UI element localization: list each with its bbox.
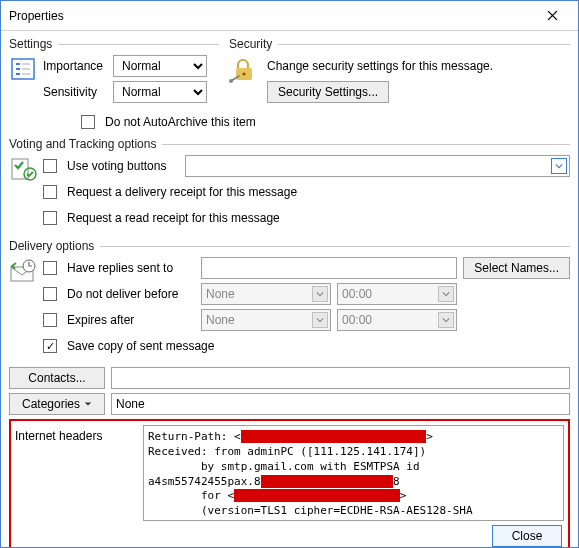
padlock-icon [229,55,259,85]
not-before-label: Do not deliver before [67,287,195,301]
voting-icon [9,155,37,183]
properties-icon [9,55,37,83]
read-receipt-checkbox[interactable] [43,211,57,225]
redacted-text: XXXXXXXXXXXXXXXXXXXX [261,475,393,488]
close-button[interactable]: Close [492,525,562,547]
voting-buttons-combo[interactable] [185,155,570,177]
have-replies-checkbox[interactable] [43,261,57,275]
have-replies-input[interactable] [201,257,457,279]
use-voting-label: Use voting buttons [67,159,179,173]
security-group: Security Change security settings for th… [229,37,570,107]
contacts-button[interactable]: Contacts... [9,367,105,389]
delivery-icon [9,257,37,285]
have-replies-label: Have replies sent to [67,261,195,275]
redacted-text: XXXXXXXXXXXXXXXXXXXXXXXXX [234,489,400,502]
contacts-input[interactable] [111,367,570,389]
save-copy-checkbox[interactable] [43,339,57,353]
chevron-down-icon [438,286,454,302]
delivery-receipt-checkbox[interactable] [43,185,57,199]
titlebar: Properties [1,1,578,31]
not-before-date-combo[interactable]: None [201,283,331,305]
delivery-group: Delivery options Have replies sent to Se… [9,239,570,361]
expires-label: Expires after [67,313,195,327]
use-voting-checkbox[interactable] [43,159,57,173]
sensitivity-select[interactable]: Normal [113,81,207,103]
sensitivity-label: Sensitivity [43,85,107,99]
svg-point-8 [242,72,245,75]
voting-legend: Voting and Tracking options [9,137,156,151]
categories-button[interactable]: Categories [9,393,105,415]
save-copy-label: Save copy of sent message [67,339,214,353]
internet-headers-section: Internet headers Return-Path: <XXXXXXXXX… [9,419,570,548]
categories-input[interactable] [111,393,570,415]
svg-point-9 [229,79,233,83]
expires-time-combo[interactable]: 00:00 [337,309,457,331]
chevron-down-icon [84,397,92,411]
select-names-button[interactable]: Select Names... [463,257,570,279]
voting-group: Voting and Tracking options Use voting b… [9,137,570,233]
importance-select[interactable]: Normal [113,55,207,77]
close-icon[interactable] [534,2,570,30]
security-desc: Change security settings for this messag… [267,59,493,73]
expires-date-combo[interactable]: None [201,309,331,331]
settings-group: Settings Importance Normal Sensitivity N… [9,37,219,107]
not-before-checkbox[interactable] [43,287,57,301]
window-title: Properties [9,9,64,23]
security-legend: Security [229,37,272,51]
autoarchive-checkbox[interactable] [81,115,95,129]
importance-label: Importance [43,59,107,73]
chevron-down-icon [312,286,328,302]
headers-legend: Internet headers [15,425,135,521]
headers-textarea[interactable]: Return-Path: <XXXXXXXXXXXXXXXXXXXXXXXXXX… [143,425,564,521]
delivery-legend: Delivery options [9,239,94,253]
chevron-down-icon [551,158,567,174]
settings-legend: Settings [9,37,52,51]
read-receipt-label: Request a read receipt for this message [67,211,280,225]
redacted-text: XXXXXXXXXXXXXXXXXXXXXXXXXXXX [241,430,426,443]
delivery-receipt-label: Request a delivery receipt for this mess… [67,185,297,199]
not-before-time-combo[interactable]: 00:00 [337,283,457,305]
expires-checkbox[interactable] [43,313,57,327]
security-settings-button[interactable]: Security Settings... [267,81,389,103]
chevron-down-icon [312,312,328,328]
chevron-down-icon [438,312,454,328]
autoarchive-label: Do not AutoArchive this item [105,115,256,129]
